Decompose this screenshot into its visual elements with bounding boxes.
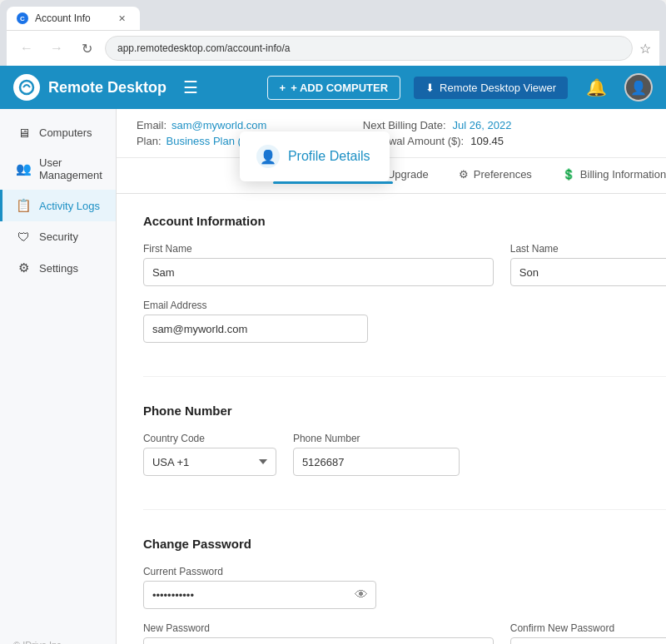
new-password-label: New Password	[143, 622, 494, 634]
confirm-password-label: Confirm New Password	[510, 622, 666, 634]
first-name-input[interactable]	[143, 258, 494, 286]
add-computer-label: + ADD COMPUTER	[291, 82, 388, 94]
phone-number-group: Phone Number	[293, 433, 460, 476]
new-password-input[interactable]	[143, 637, 494, 644]
profile-dropdown: 👤 Profile Details	[240, 131, 390, 181]
tab-billing[interactable]: 💲 Billing Information	[547, 158, 666, 193]
logo-text: Remote Desktop	[48, 79, 166, 97]
email-label: Email:	[137, 119, 166, 131]
password-section: Change Password Current Password 👁	[143, 537, 666, 644]
security-icon: 🛡	[16, 230, 31, 244]
phone-input[interactable]	[293, 448, 460, 476]
sidebar-item-settings[interactable]: ⚙ Settings	[0, 252, 116, 284]
back-button[interactable]: ←	[15, 37, 38, 60]
country-code-label: Country Code	[143, 433, 276, 444]
app-body: 🖥 Computers 👥 User Management 📋 Activity…	[0, 109, 666, 644]
current-password-input[interactable]	[143, 581, 376, 609]
tab-preferences-label: Preferences	[474, 168, 532, 181]
country-code-select[interactable]: USA +1	[143, 448, 276, 476]
tab-upgrade-label: Upgrade	[387, 168, 429, 181]
current-password-label: Current Password	[143, 566, 376, 577]
last-name-group: Last Name	[510, 243, 666, 286]
download-icon: ⬇	[425, 82, 435, 94]
account-info-title: Account Information	[143, 214, 666, 228]
sidebar-item-security[interactable]: 🛡 Security	[0, 221, 116, 252]
notifications-button[interactable]: 🔔	[581, 72, 611, 102]
svg-point-0	[20, 81, 33, 94]
sidebar-item-label: Activity Logs	[39, 200, 100, 212]
sidebar-footer: © IDrive Inc.	[0, 627, 116, 644]
form-content: Account Information First Name Last Name	[117, 194, 666, 644]
profile-dropdown-icon: 👤	[256, 145, 280, 168]
avatar-icon: 👤	[630, 80, 647, 96]
current-password-wrapper: 👁	[143, 581, 376, 609]
browser-toolbar: ← → ↻ ☆	[7, 30, 659, 66]
renewal-value: 109.45	[470, 135, 504, 147]
tab-preferences[interactable]: ⚙ Preferences	[444, 158, 547, 193]
phone-section: Phone Number Country Code USA +1 Phone N…	[143, 404, 666, 510]
email-row: Email Address	[143, 300, 666, 343]
sidebar-item-label: Computers	[39, 126, 92, 139]
confirm-password-input[interactable]	[510, 637, 666, 644]
billing-date-value: Jul 26, 2022	[453, 119, 512, 131]
confirm-password-wrapper: 👁	[510, 637, 666, 644]
email-input[interactable]	[143, 315, 368, 343]
sidebar-item-activity-logs[interactable]: 📋 Activity Logs	[0, 190, 116, 221]
logo: Remote Desktop	[13, 74, 166, 101]
preferences-tab-icon: ⚙	[459, 168, 469, 181]
email-group: Email Address	[143, 300, 443, 343]
browser-tab[interactable]: C Account Info ✕	[7, 7, 140, 30]
sidebar-item-computers[interactable]: 🖥 Computers	[0, 117, 116, 148]
viewer-button[interactable]: ⬇ Remote Desktop Viewer	[414, 77, 568, 99]
billing-date-label: Next Billing Date:	[363, 119, 446, 131]
refresh-button[interactable]: ↻	[75, 37, 98, 60]
tabs-bar: 👤 Profile Details ⬆ Upgrade ⚙ Preference…	[117, 158, 666, 194]
tab-close-button[interactable]: ✕	[115, 12, 128, 25]
plan-label: Plan:	[137, 135, 162, 147]
profile-dropdown-label: Profile Details	[288, 149, 370, 164]
forward-button[interactable]: →	[45, 37, 68, 60]
phone-title: Phone Number	[143, 404, 666, 418]
current-password-row: Current Password 👁	[143, 566, 666, 609]
email-value[interactable]: sam@myworld.com	[171, 119, 266, 131]
viewer-label: Remote Desktop Viewer	[440, 82, 556, 94]
country-code-group: Country Code USA +1	[143, 433, 276, 476]
add-computer-button[interactable]: + + ADD COMPUTER	[267, 76, 400, 100]
avatar-button[interactable]: 👤	[624, 73, 653, 102]
email-field-display: Email: sam@myworld.com	[137, 119, 313, 131]
new-password-row: New Password 👁 Confirm New Password 👁	[143, 622, 666, 644]
sidebar-item-label: Settings	[39, 262, 78, 275]
current-password-eye-icon[interactable]: 👁	[355, 587, 368, 602]
new-password-group: New Password 👁	[143, 622, 494, 644]
first-name-group: First Name	[143, 243, 494, 286]
add-icon: +	[280, 82, 286, 94]
billing-tab-icon: 💲	[562, 168, 575, 181]
phone-row: Country Code USA +1 Phone Number	[143, 433, 666, 476]
activity-logs-icon: 📋	[16, 198, 31, 213]
app-header: Remote Desktop ☰ + + ADD COMPUTER ⬇ Remo…	[0, 66, 666, 109]
current-password-group: Current Password 👁	[143, 566, 376, 609]
settings-icon: ⚙	[16, 260, 31, 275]
address-bar[interactable]	[105, 36, 633, 61]
sidebar-item-label: Security	[39, 230, 78, 243]
sidebar: 🖥 Computers 👥 User Management 📋 Activity…	[0, 109, 117, 644]
billing-date-row: Next Billing Date: Jul 26, 2022	[363, 119, 512, 131]
account-info-section: Account Information First Name Last Name	[143, 214, 666, 377]
sidebar-item-label: User Management	[39, 156, 102, 181]
tab-title: Account Info	[35, 12, 91, 24]
main-content: Email: sam@myworld.com Plan: Business Pl…	[117, 109, 666, 644]
password-title: Change Password	[143, 537, 666, 551]
email-address-label: Email Address	[143, 300, 443, 311]
hamburger-button[interactable]: ☰	[183, 77, 198, 97]
sidebar-item-user-management[interactable]: 👥 User Management	[0, 148, 116, 190]
logo-icon	[13, 74, 40, 101]
last-name-input[interactable]	[510, 258, 666, 286]
first-name-label: First Name	[143, 243, 494, 255]
last-name-label: Last Name	[510, 243, 666, 255]
footer-text: © IDrive Inc.	[13, 640, 64, 644]
confirm-password-group: Confirm New Password 👁	[510, 622, 666, 644]
bookmark-icon[interactable]: ☆	[639, 41, 651, 57]
app-container: Remote Desktop ☰ + + ADD COMPUTER ⬇ Remo…	[0, 66, 666, 644]
name-row: First Name Last Name	[143, 243, 666, 286]
tab-billing-label: Billing Information	[580, 168, 666, 181]
